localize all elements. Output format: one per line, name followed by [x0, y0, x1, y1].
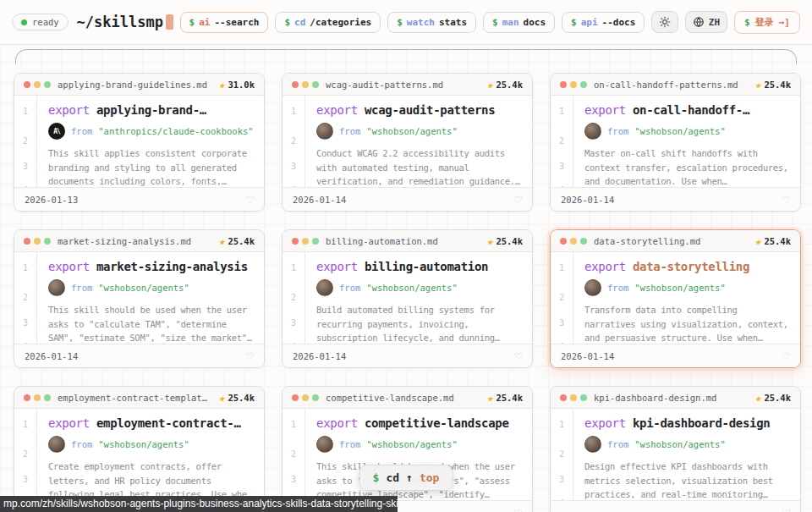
skill-title-line: export data-storytelling [584, 260, 792, 273]
nav-docs-button[interactable]: $ man docs [483, 12, 555, 33]
card-titlebar: competitive-landscape.md 25.4k [283, 387, 532, 409]
heart-icon[interactable] [783, 350, 790, 362]
heart-icon[interactable] [783, 194, 790, 206]
line-number: 1 [283, 263, 304, 273]
heart-icon[interactable] [247, 350, 254, 362]
card-titlebar: market-sizing-analysis.md 25.4k [14, 230, 264, 252]
skill-card[interactable]: on-call-handoff-patterns.md 25.4k 1 2 3 … [550, 73, 801, 212]
star-count: 25.4k [228, 393, 255, 403]
skill-title-line: export applying-brand-… [48, 103, 255, 117]
line-number: 3 [283, 318, 304, 328]
card-code-content: export billing-automation from "wshobson… [305, 252, 532, 344]
export-keyword: export [48, 260, 90, 273]
author-avatar [316, 123, 333, 140]
scroll-top-cmd: cd [386, 471, 399, 484]
line-number: 1 [14, 107, 36, 116]
prompt-symbol: $ [189, 17, 195, 28]
repo-name[interactable]: "wshobson/agents" [366, 283, 457, 293]
site-logo[interactable]: ~/skillsmp [77, 14, 173, 30]
nav-cmd: watch [407, 17, 435, 28]
author-avatar [584, 279, 601, 296]
link-preview-status-bar: mp.com/zh/skills/wshobson-agents-plugins… [0, 496, 398, 512]
export-keyword: export [48, 103, 90, 117]
heart-icon[interactable] [247, 194, 254, 206]
line-number: 3 [14, 162, 36, 171]
terminal-cursor-icon [166, 14, 173, 30]
skill-card[interactable]: billing-automation.md 25.4k 1 2 3 4 expo… [282, 229, 533, 368]
card-filename: market-sizing-analysis.md [58, 236, 212, 246]
star-count-badge: 25.4k [755, 80, 791, 90]
language-toggle-button[interactable]: ZH [685, 11, 727, 33]
card-date: 2026-01-14 [25, 351, 78, 361]
heart-icon[interactable] [515, 507, 522, 512]
nav-categories-button[interactable]: $ cd /categories [275, 12, 381, 33]
skill-card[interactable]: competitive-landscape.md 25.4k 1 2 3 4 e… [282, 386, 533, 512]
repo-name[interactable]: "wshobson/agents" [634, 126, 725, 136]
traffic-dots-icon [292, 81, 319, 88]
card-code-area: 1 2 3 4 export market-sizing-analysis fr… [14, 252, 264, 344]
author-avatar [48, 123, 65, 140]
card-filename: wcag-audit-patterns.md [326, 80, 480, 90]
skill-card[interactable]: kpi-dashboard-design.md 25.4k 1 2 3 4 ex… [550, 386, 801, 512]
line-number: 1 [283, 107, 304, 116]
repo-name[interactable]: "wshobson/agents" [634, 283, 725, 293]
heart-icon[interactable] [515, 350, 522, 362]
repo-name[interactable]: "wshobson/agents" [98, 283, 189, 293]
language-label: ZH [709, 17, 720, 28]
skill-name: wcag-audit-patterns [365, 103, 495, 117]
card-code-area: 1 2 3 4 export wcag-audit-patterns from … [283, 96, 532, 187]
from-keyword: from [71, 283, 92, 293]
star-count-badge: 25.4k [219, 393, 255, 403]
scroll-to-top-button[interactable]: $ cd ↑ top [359, 465, 453, 491]
skill-card[interactable]: market-sizing-analysis.md 25.4k 1 2 3 4 … [14, 229, 265, 368]
line-number: 3 [283, 475, 304, 484]
card-titlebar: wcag-audit-patterns.md 25.4k [283, 74, 532, 96]
skill-description: Conduct WCAG 2.2 accessibility audits wi… [316, 146, 524, 187]
card-filename: on-call-handoff-patterns.md [594, 80, 749, 90]
heart-icon[interactable] [515, 194, 522, 206]
card-filename: kpi-dashboard-design.md [594, 393, 749, 403]
star-count: 25.4k [764, 393, 791, 403]
author-avatar [316, 436, 333, 453]
nav-stats-button[interactable]: $ watch stats [387, 12, 476, 33]
star-count: 25.4k [496, 80, 523, 90]
repo-name[interactable]: "anthropics/claude-cookbooks" [98, 126, 253, 136]
repo-name[interactable]: "wshobson/agents" [98, 439, 189, 449]
skill-card[interactable]: wcag-audit-patterns.md 25.4k 1 2 3 4 exp… [282, 73, 533, 212]
star-count: 25.4k [496, 393, 523, 403]
skill-description: Design effective KPI dashboards with met… [584, 460, 792, 500]
star-icon [219, 236, 224, 246]
theme-toggle-button[interactable] [651, 11, 678, 33]
card-titlebar: applying-brand-guidelines.md 31.0k [14, 74, 264, 96]
nav-arg: stats [439, 17, 467, 28]
login-button[interactable]: $ 登录 →] [734, 11, 800, 34]
card-titlebar: employment-contract-templates.md 25.4k [14, 387, 264, 409]
skill-description: This skill should be used when the user … [48, 303, 255, 344]
repo-name[interactable]: "wshobson/agents" [366, 439, 457, 449]
nav-ai-search-button[interactable]: $ ai --search [180, 12, 269, 33]
from-keyword: from [339, 283, 360, 293]
nav-arg: /categories [310, 17, 371, 28]
line-number: 4 [14, 185, 36, 187]
repo-name[interactable]: "wshobson/agents" [366, 126, 457, 136]
skill-card[interactable]: employment-contract-templates.md 25.4k 1… [14, 386, 265, 512]
card-footer: 2026-01-14 [283, 187, 532, 211]
repo-name[interactable]: "wshobson/agents" [634, 439, 725, 449]
nav-api-docs-button[interactable]: $ api --docs [562, 12, 645, 33]
star-icon [487, 80, 492, 90]
prompt-symbol: $ [744, 17, 750, 28]
sun-icon [659, 16, 671, 28]
skill-card[interactable]: data-storytelling.md 25.4k 1 2 3 4 expor… [550, 229, 801, 368]
heart-icon[interactable] [783, 507, 790, 512]
line-number: 2 [14, 293, 36, 302]
traffic-dots-icon [292, 394, 319, 401]
author-avatar [316, 279, 333, 296]
star-count-badge: 31.0k [219, 80, 255, 90]
prompt-symbol: $ [284, 17, 290, 28]
skill-title-line: export employment-contract-… [48, 416, 255, 430]
skill-card[interactable]: applying-brand-guidelines.md 31.0k 1 2 3… [14, 73, 265, 212]
line-number: 4 [551, 185, 573, 187]
card-footer: 2026-01-13 [14, 187, 264, 211]
skill-title-line: export wcag-audit-patterns [316, 103, 524, 117]
ready-dot-icon [21, 19, 27, 25]
